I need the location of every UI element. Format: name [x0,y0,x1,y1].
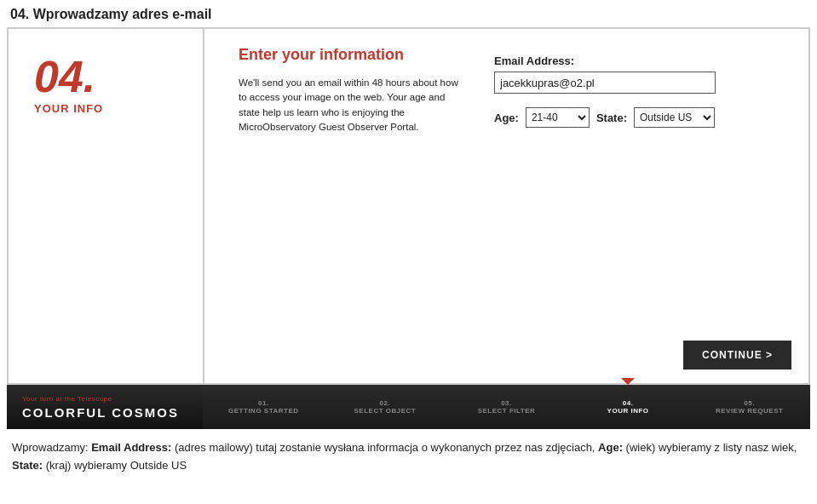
continue-area: CONTINUE > [204,332,808,383]
content-area: Enter your information We'll send you an… [204,29,808,332]
state-label: State: [596,112,627,124]
nav-step-5-num: 05. [744,399,755,407]
nav-steps: 01. GETTING STARTED 02. SELECT OBJECT 03… [203,385,810,429]
step-number: 04. [34,54,95,99]
nav-step-1-num: 01. [258,399,269,407]
main-frame: 04. YOUR INFO Enter your information We'… [7,27,810,385]
description-column: Enter your information We'll send you an… [239,46,460,324]
nav-step-1[interactable]: 01. GETTING STARTED [203,385,325,429]
brand-tagline: Your turn at the Telescope [22,395,194,403]
nav-step-2[interactable]: 02. SELECT OBJECT [325,385,446,429]
age-state-row: Age: 21-40 Under 12 12-20 41-60 Over 60 … [494,107,783,128]
age-select[interactable]: 21-40 Under 12 12-20 41-60 Over 60 [526,107,590,128]
step-label: YOUR INFO [34,102,103,115]
brand-area: Your turn at the Telescope COLORFUL COSM… [7,385,203,429]
email-row: Email Address: [494,54,783,94]
nav-step-3-label: SELECT FILTER [478,407,536,415]
state-select[interactable]: Outside US AL AK AZ [634,107,715,128]
nav-step-2-label: SELECT OBJECT [354,407,417,415]
left-panel: 04. YOUR INFO [9,29,204,383]
right-content: Enter your information We'll send you an… [204,29,808,383]
email-input[interactable] [494,72,716,94]
description-body: We'll send you an email within 48 hours … [239,76,460,135]
brand-name: COLORFUL COSMOS [22,405,194,420]
nav-step-5-label: REVIEW REQUEST [716,407,783,415]
top-title: 04. Wprowadzamy adres e-mail [0,0,817,27]
nav-step-1-label: GETTING STARTED [228,407,298,415]
nav-step-2-num: 02. [380,399,391,407]
nav-step-3[interactable]: 03. SELECT FILTER [446,385,567,429]
form-column: Email Address: Age: 21-40 Under 12 12-20… [494,46,783,324]
bottom-text: Wprowadzamy: Email Address: (adres mailo… [0,429,817,482]
nav-step-4-num: 04. [623,399,634,407]
description-heading: Enter your information [239,46,460,64]
nav-step-4[interactable]: 04. YOUR INFO [567,385,689,429]
nav-step-4-label: YOUR INFO [607,407,649,415]
email-label: Email Address: [494,54,783,67]
continue-button[interactable]: CONTINUE > [683,341,791,369]
nav-step-5[interactable]: 05. REVIEW REQUEST [688,385,810,429]
nav-step-3-num: 03. [501,399,512,407]
bottom-bar: Your turn at the Telescope COLORFUL COSM… [7,385,810,429]
age-label: Age: [494,112,519,124]
